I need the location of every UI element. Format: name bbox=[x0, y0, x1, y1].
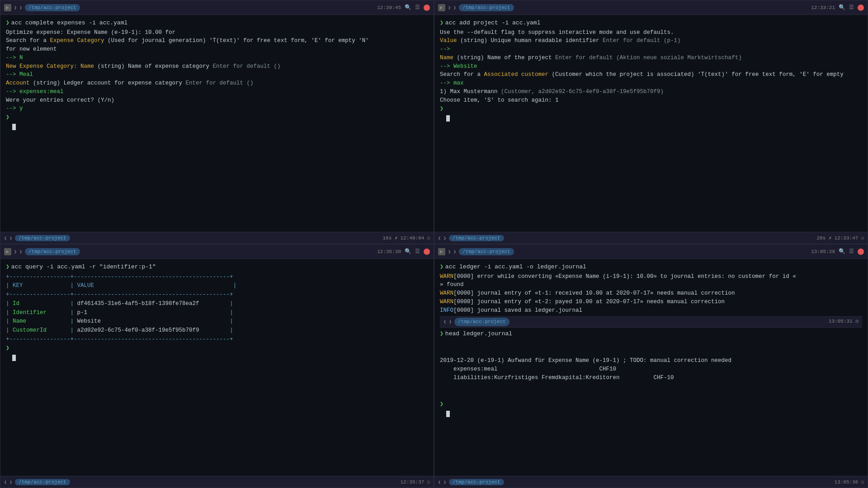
close-button[interactable] bbox=[858, 249, 864, 255]
terminal-line: +------------------+--------------------… bbox=[6, 290, 428, 299]
cursor bbox=[446, 115, 450, 122]
path-badge: /tmp/acc-project bbox=[25, 248, 80, 255]
terminal-line: WARN[0000] journal entry of «t-2: payed … bbox=[440, 298, 862, 306]
terminal-line: --> N bbox=[6, 54, 428, 62]
table-row: | CustomerId | a2d02e92-6c75-4ef0-a38f-1… bbox=[6, 327, 233, 333]
terminal-line: liabilities:Kurzfristiges Fremdkapital:K… bbox=[440, 374, 862, 382]
menu-icon[interactable]: ☰ bbox=[849, 4, 854, 11]
close-button[interactable] bbox=[424, 5, 430, 11]
terminal-content[interactable]: ❯ acc ledger -i acc.yaml -o ledger.journ… bbox=[434, 259, 868, 476]
output-line: liabilities:Kurzfristiges Fremdkapital:K… bbox=[440, 374, 862, 382]
footer-timestamp: 12:33:47 bbox=[835, 235, 859, 241]
terminal-line bbox=[440, 339, 862, 348]
chevron-right-icon: ❯ bbox=[453, 5, 456, 10]
terminal-line: ❯ acc add project -i acc.yaml bbox=[440, 19, 862, 28]
chevron-right-icon: ❯ bbox=[453, 249, 456, 254]
terminal-line: ❯ acc query -i acc.yaml -r "identifier:p… bbox=[6, 263, 428, 272]
terminal-content[interactable]: ❯ acc add project -i acc.yamlUse the --d… bbox=[434, 15, 868, 232]
terminal-line: --> bbox=[440, 45, 862, 54]
cursor bbox=[12, 124, 16, 130]
terminal-line: | Identifier | p-1 | bbox=[6, 308, 428, 317]
output-line: --> Meal bbox=[6, 70, 428, 79]
terminal-line: --> Meal bbox=[6, 70, 428, 79]
search-icon[interactable]: 🔍 bbox=[405, 4, 411, 11]
mid-footer-time: 13:05:31 ◷ bbox=[829, 318, 859, 326]
menu-icon[interactable]: ☰ bbox=[849, 248, 854, 255]
clock-icon: ◷ bbox=[861, 479, 864, 485]
menu-icon[interactable]: ☰ bbox=[415, 4, 420, 11]
terminal-content[interactable]: ❯ acc complete expenses -i acc.yamlOptim… bbox=[0, 15, 434, 232]
terminal-footer: ❮❯/tmp/acc-project13:05:36◷ bbox=[434, 476, 868, 488]
output-line: 2019-12-20 (e-19-1) Aufwand für Expense … bbox=[440, 357, 862, 365]
prompt-symbol: ❯ bbox=[6, 113, 9, 122]
chevron-icon: ❮ bbox=[4, 479, 7, 485]
output-line: --> y bbox=[6, 104, 428, 113]
terminal-footer: ❮❯/tmp/acc-project16s ✗12:40:04◷ bbox=[0, 232, 434, 244]
output-line: 1) Max Mustermann (Customer, a2d02e92-6c… bbox=[440, 88, 862, 96]
path-badge: /tmp/acc-project bbox=[25, 4, 80, 11]
svg-rect-10 bbox=[6, 252, 9, 252]
terminal-icon bbox=[4, 4, 11, 11]
close-button[interactable] bbox=[858, 5, 864, 11]
terminal-line: ❮ ❯/tmp/acc-project13:05:31 ◷ bbox=[440, 316, 862, 328]
table-row: | Name | Website | bbox=[6, 318, 233, 324]
prompt-symbol: ❯ bbox=[440, 19, 443, 28]
output-line: Name (string) Name of the project Enter … bbox=[440, 54, 862, 62]
output-line: expenses:meal CHF10 bbox=[440, 365, 862, 374]
terminal-titlebar: ❯❯/tmp/acc-project13:05:28🔍☰ bbox=[434, 244, 868, 259]
chevron-icon: ❯ bbox=[443, 479, 446, 485]
footer-path: /tmp/acc-project bbox=[15, 235, 70, 241]
close-button[interactable] bbox=[424, 249, 430, 255]
chevron-right-icon: ❯ bbox=[448, 249, 451, 254]
footer-timestamp: 12:35:37 bbox=[401, 479, 425, 485]
terminal-line bbox=[12, 123, 428, 132]
search-icon[interactable]: 🔍 bbox=[839, 4, 845, 11]
footer-path-mid: /tmp/acc-project bbox=[454, 318, 509, 326]
footer-path: /tmp/acc-project bbox=[15, 479, 70, 485]
terminal-line bbox=[440, 391, 862, 400]
terminal-line bbox=[12, 353, 428, 362]
search-icon[interactable]: 🔍 bbox=[405, 248, 411, 255]
prompt-symbol: ❯ bbox=[6, 19, 9, 28]
svg-rect-9 bbox=[6, 251, 8, 251]
svg-rect-2 bbox=[6, 8, 9, 8]
terminal-line: 2019-12-20 (e-19-1) Aufwand für Expense … bbox=[440, 357, 862, 365]
search-icon[interactable]: 🔍 bbox=[839, 248, 845, 255]
footer-path: /tmp/acc-project bbox=[449, 479, 504, 485]
path-badge: /tmp/acc-project bbox=[459, 248, 514, 255]
prompt-symbol: ❯ bbox=[440, 329, 443, 338]
timestamp: 12:39:45 bbox=[377, 5, 401, 10]
output-line: Search for a Expense Category (Used for … bbox=[6, 37, 428, 45]
timestamp: 12:33:21 bbox=[811, 5, 835, 10]
prompt-symbol: ❯ bbox=[6, 344, 9, 353]
table-row: | Id | df461435-31e6-4af5-b18f-1398fe78e… bbox=[6, 300, 233, 307]
terminal-line: --> max bbox=[440, 79, 862, 88]
terminal-grid: ❯❯/tmp/acc-project12:39:45🔍☰❯ acc comple… bbox=[0, 0, 868, 488]
svg-rect-3 bbox=[6, 9, 7, 9]
path-badge: /tmp/acc-project bbox=[459, 4, 514, 11]
clock-icon: ◷ bbox=[861, 235, 864, 241]
terminal-line: | CustomerId | a2d02e92-6c75-4ef0-a38f-1… bbox=[6, 326, 428, 335]
chevron-icon: ❯ bbox=[9, 479, 12, 485]
terminal-line: +------------------+--------------------… bbox=[6, 272, 428, 282]
output-line: --> expenses:meal bbox=[6, 88, 428, 96]
terminal-line: Were your entries correct? (Y/n) bbox=[6, 96, 428, 105]
output-line: Use the --default flag to suppress inter… bbox=[440, 28, 862, 37]
terminal-line: +------------------+--------------------… bbox=[6, 335, 428, 344]
terminal-line bbox=[440, 348, 862, 357]
terminal-titlebar: ❯❯/tmp/acc-project12:33:21🔍☰ bbox=[434, 0, 868, 15]
terminal-content[interactable]: ❯ acc query -i acc.yaml -r "identifier:p… bbox=[0, 259, 434, 476]
terminal-line: Name (string) Name of the project Enter … bbox=[440, 54, 862, 62]
menu-icon[interactable]: ☰ bbox=[415, 248, 420, 255]
terminal-top-left: ❯❯/tmp/acc-project12:39:45🔍☰❯ acc comple… bbox=[0, 0, 434, 244]
terminal-line bbox=[440, 382, 862, 391]
svg-rect-5 bbox=[440, 7, 442, 7]
timestamp: 13:05:28 bbox=[811, 249, 835, 254]
output-line: Choose item, 'S' to search again: 1 bbox=[440, 96, 862, 105]
footer-timestamp: 12:40:04 bbox=[401, 235, 425, 241]
chevron-right-icon: ❯ bbox=[14, 5, 17, 10]
terminal-line: ❯ bbox=[440, 400, 862, 409]
terminal-line: ❯ acc ledger -i acc.yaml -o ledger.journ… bbox=[440, 263, 862, 272]
footer-timestamp: 13:05:36 bbox=[835, 479, 859, 485]
command-text: acc ledger -i acc.yaml -o ledger.journal bbox=[445, 263, 586, 272]
